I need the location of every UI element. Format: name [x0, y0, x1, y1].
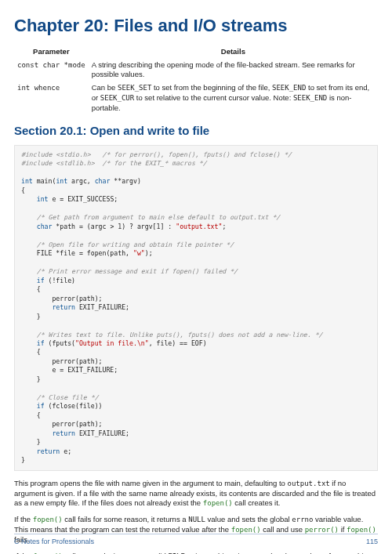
footer-page-number: 115: [366, 537, 378, 546]
chapter-title: Chapter 20: Files and I/O streams: [14, 14, 378, 38]
cell-details: A string describing the opening mode of …: [89, 59, 378, 82]
paragraph: This program opens the file with name gi…: [14, 479, 378, 509]
header-details: Details: [89, 45, 378, 59]
table-row: int whence Can be SEEK_SET to set from t…: [14, 81, 378, 114]
cell-param: const char *mode: [14, 59, 89, 82]
parameter-table: Parameter Details const char *mode A str…: [14, 45, 378, 115]
table-header-row: Parameter Details: [14, 45, 378, 59]
code-block: #include <stdio.h> /* for perror(), fope…: [14, 145, 378, 471]
page-footer: C Notes for Professionals 115: [14, 534, 378, 546]
section-title: Section 20.1: Open and write to file: [14, 123, 378, 139]
cell-param: int whence: [14, 81, 89, 114]
footer-left: C Notes for Professionals: [14, 537, 94, 546]
paragraph: If the fopen() call succeeds, it returns…: [14, 552, 378, 554]
header-parameter: Parameter: [14, 45, 89, 59]
table-row: const char *mode A string describing the…: [14, 59, 378, 82]
cell-details: Can be SEEK_SET to set from the beginnin…: [89, 81, 378, 114]
